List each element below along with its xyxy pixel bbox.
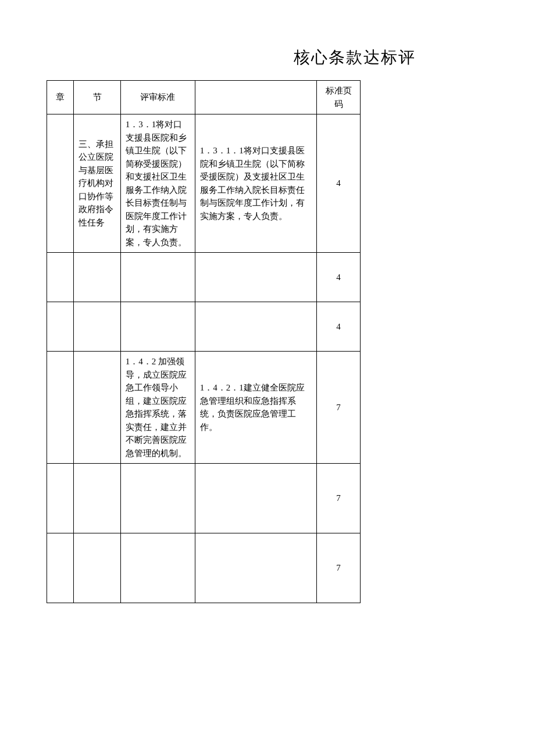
cell-page: 7 — [317, 533, 361, 603]
header-chapter: 章 — [47, 81, 74, 114]
cell-chapter — [47, 464, 74, 533]
cell-detail — [195, 464, 316, 533]
cell-section — [74, 253, 120, 302]
cell-section: 三、承担公立医院与基层医疗机构对口协作等政府指令性任务 — [74, 114, 120, 253]
cell-standard — [120, 302, 195, 352]
cell-standard — [120, 533, 195, 603]
cell-standard: 1．3．1将对口支援县医院和乡镇卫生院（以下简称受援医院）和支援社区卫生服务工作… — [120, 114, 195, 253]
table-row: 三、承担公立医院与基层医疗机构对口协作等政府指令性任务 1．3．1将对口支援县医… — [47, 114, 361, 253]
cell-section — [74, 533, 120, 603]
cell-page: 7 — [317, 352, 361, 464]
cell-chapter — [47, 114, 74, 253]
cell-detail — [195, 302, 316, 352]
cell-standard: 1．4．2 加强领导，成立医院应急工作领导小组，建立医院应急指挥系统，落实责任，… — [120, 352, 195, 464]
cell-standard — [120, 253, 195, 302]
cell-section — [74, 352, 120, 464]
table-row: 4 — [47, 253, 361, 302]
table-header-row: 章 节 评审标准 标准页码 — [47, 81, 361, 114]
header-page: 标准页码 — [317, 81, 361, 114]
cell-chapter — [47, 352, 74, 464]
cell-section — [74, 302, 120, 352]
cell-chapter — [47, 533, 74, 603]
table-row: 7 — [47, 533, 361, 603]
cell-page: 4 — [317, 302, 361, 352]
table-row: 7 — [47, 464, 361, 533]
table-row: 4 — [47, 302, 361, 352]
cell-detail — [195, 533, 316, 603]
cell-detail: 1．3．1．1将对口支援县医院和乡镇卫生院（以下简称受援医院）及支援社区卫生服务… — [195, 114, 316, 253]
cell-section — [74, 464, 120, 533]
cell-chapter — [47, 253, 74, 302]
page-title: 核心条款达标评 — [198, 46, 512, 69]
header-section: 节 — [74, 81, 120, 114]
cell-chapter — [47, 302, 74, 352]
cell-standard — [120, 464, 195, 533]
cell-page: 4 — [317, 253, 361, 302]
standards-table: 章 节 评审标准 标准页码 三、承担公立医院与基层医疗机构对口协作等政府指令性任… — [47, 80, 361, 603]
table-row: 1．4．2 加强领导，成立医院应急工作领导小组，建立医院应急指挥系统，落实责任，… — [47, 352, 361, 464]
cell-detail — [195, 253, 316, 302]
cell-page: 7 — [317, 464, 361, 533]
cell-detail: 1．4．2．1建立健全医院应急管理组织和应急指挥系统，负责医院应急管理工作。 — [195, 352, 316, 464]
header-standard: 评审标准 — [120, 81, 195, 114]
header-detail — [195, 81, 316, 114]
cell-page: 4 — [317, 114, 361, 253]
